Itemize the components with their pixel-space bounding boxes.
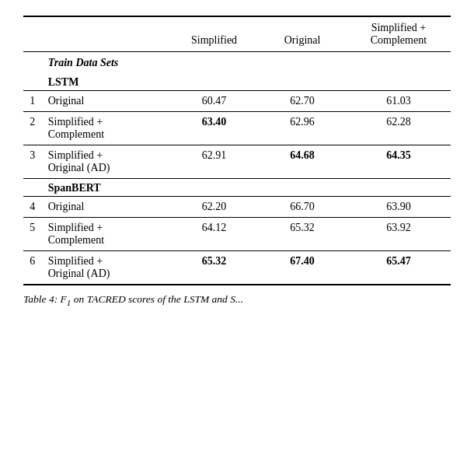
lstm-label: LSTM — [42, 73, 451, 91]
row-1-original: 62.70 — [258, 91, 347, 112]
table-row: 2 Simplified +Complement 63.40 62.96 62.… — [23, 112, 451, 145]
row-6-simplified: 65.32 — [170, 251, 259, 285]
row-2-num: 2 — [23, 112, 42, 145]
row-1-trainset: Original — [42, 91, 170, 112]
col-simplified-header: Simplified — [170, 16, 259, 52]
table-container: Simplified Original Simplified +Compleme… — [23, 16, 451, 307]
col-original-header: Original — [258, 16, 347, 52]
row-2-trainset: Simplified +Complement — [42, 112, 170, 145]
lstm-model-header-row: LSTM — [23, 73, 451, 91]
row-6-sc: 65.47 — [347, 251, 451, 285]
section-header-label: Train Data Sets — [42, 52, 451, 74]
results-table: Simplified Original Simplified +Compleme… — [23, 16, 451, 285]
table-row: 6 Simplified +Original (AD) 65.32 67.40 … — [23, 251, 451, 285]
col-simplified-complement-header: Simplified +Complement — [347, 16, 451, 52]
row-1-num: 1 — [23, 91, 42, 112]
row-4-simplified: 62.20 — [170, 197, 259, 218]
table-row: 3 Simplified +Original (AD) 62.91 64.68 … — [23, 145, 451, 179]
table-header-row: Simplified Original Simplified +Compleme… — [23, 16, 451, 52]
row-3-trainset: Simplified +Original (AD) — [42, 145, 170, 179]
table-caption: Table 4: F1 on TACRED scores of the LSTM… — [23, 293, 451, 307]
spanbert-num — [23, 179, 42, 197]
row-4-trainset: Original — [42, 197, 170, 218]
row-2-original: 62.96 — [258, 112, 347, 145]
row-3-simplified: 62.91 — [170, 145, 259, 179]
table-row: 1 Original 60.47 62.70 61.03 — [23, 91, 451, 112]
section-header-num — [23, 52, 42, 74]
row-1-sc: 61.03 — [347, 91, 451, 112]
section-header-row: Train Data Sets — [23, 52, 451, 74]
row-6-original: 67.40 — [258, 251, 347, 285]
row-6-trainset: Simplified +Original (AD) — [42, 251, 170, 285]
row-4-num: 4 — [23, 197, 42, 218]
row-4-original: 66.70 — [258, 197, 347, 218]
row-5-simplified: 64.12 — [170, 218, 259, 251]
row-3-original: 64.68 — [258, 145, 347, 179]
col-num-header — [23, 16, 42, 52]
table-row: 5 Simplified +Complement 64.12 65.32 63.… — [23, 218, 451, 251]
row-2-simplified: 63.40 — [170, 112, 259, 145]
row-3-num: 3 — [23, 145, 42, 179]
row-6-num: 6 — [23, 251, 42, 285]
row-2-sc: 62.28 — [347, 112, 451, 145]
spanbert-label: SpanBERT — [42, 179, 451, 197]
spanbert-model-header-row: SpanBERT — [23, 179, 451, 197]
col-trainset-header — [42, 16, 170, 52]
row-5-num: 5 — [23, 218, 42, 251]
row-5-sc: 63.92 — [347, 218, 451, 251]
row-5-trainset: Simplified +Complement — [42, 218, 170, 251]
lstm-num — [23, 73, 42, 91]
row-3-sc: 64.35 — [347, 145, 451, 179]
row-5-original: 65.32 — [258, 218, 347, 251]
table-row: 4 Original 62.20 66.70 63.90 — [23, 197, 451, 218]
row-1-simplified: 60.47 — [170, 91, 259, 112]
row-4-sc: 63.90 — [347, 197, 451, 218]
